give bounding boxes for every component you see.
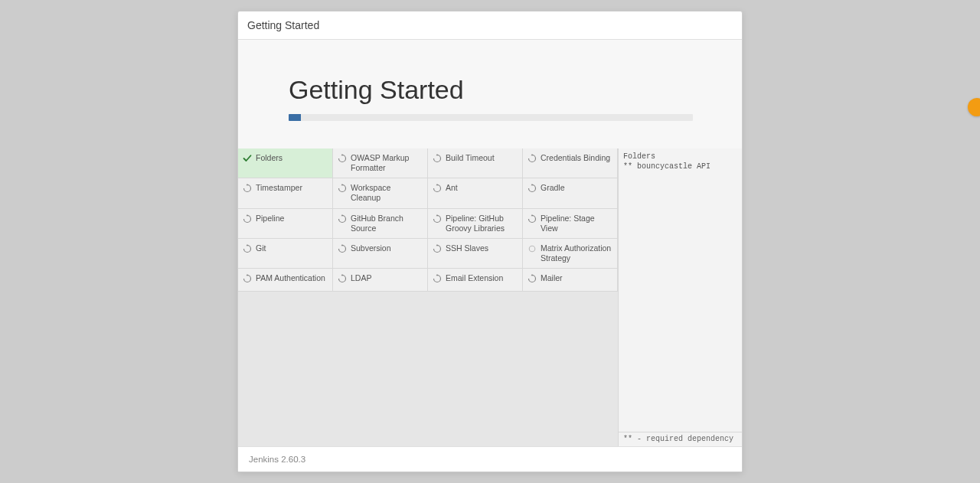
plugin-cell: Credentials Binding: [523, 148, 618, 178]
plugin-cell: Pipeline: GitHub Groovy Libraries: [428, 209, 523, 239]
plugin-cell: LDAP: [333, 269, 428, 292]
install-log-panel: Folders ** bouncycastle API ** - require…: [618, 148, 742, 446]
spinner-icon: [338, 273, 347, 283]
plugin-cell: Git: [238, 239, 333, 269]
plugin-label: PAM Authentication: [256, 273, 328, 283]
spinner-icon: [243, 273, 252, 283]
plugin-label: Git: [256, 243, 328, 253]
plugin-label: Folders: [256, 153, 328, 163]
plugin-cell: SSH Slaves: [428, 239, 523, 269]
spinner-icon: [243, 243, 252, 253]
plugin-cell: PAM Authentication: [238, 269, 333, 292]
pending-icon: [528, 243, 537, 253]
modal-body: FoldersOWASP Markup FormatterBuild Timeo…: [238, 148, 742, 446]
plugin-cell: Folders: [238, 148, 333, 178]
plugin-cell: Subversion: [333, 239, 428, 269]
jenkins-version: Jenkins 2.60.3: [249, 455, 305, 464]
setup-wizard-modal: Getting Started Getting Started FoldersO…: [237, 11, 743, 472]
plugin-label: SSH Slaves: [446, 243, 518, 253]
spinner-icon: [338, 153, 347, 163]
plugin-cell: Matrix Authorization Strategy: [523, 239, 618, 269]
plugin-label: Build Timeout: [446, 153, 518, 163]
plugin-label: Timestamper: [256, 183, 328, 193]
svg-point-0: [529, 246, 535, 252]
spinner-icon: [528, 153, 537, 163]
plugin-cell: GitHub Branch Source: [333, 209, 428, 239]
install-log-content: Folders ** bouncycastle API: [619, 148, 742, 432]
spinner-icon: [433, 183, 442, 193]
plugin-cell: Pipeline: [238, 209, 333, 239]
plugin-label: Credentials Binding: [541, 153, 612, 163]
spinner-icon: [433, 273, 442, 283]
plugin-label: Ant: [446, 183, 518, 193]
grid-filler: [238, 292, 618, 441]
hero-section: Getting Started: [238, 40, 742, 148]
spinner-icon: [528, 273, 537, 283]
spinner-icon: [338, 214, 347, 224]
plugin-label: Pipeline: [256, 214, 328, 224]
plugin-cell: Gradle: [523, 178, 618, 208]
modal-title: Getting Started: [247, 19, 319, 31]
plugin-cell: Ant: [428, 178, 523, 208]
page-title: Getting Started: [289, 75, 691, 105]
spinner-icon: [243, 214, 252, 224]
plugin-label: Pipeline: GitHub Groovy Libraries: [446, 214, 518, 233]
spinner-icon: [338, 243, 347, 253]
plugin-cell: Mailer: [523, 269, 618, 292]
plugin-cell: Email Extension: [428, 269, 523, 292]
install-progress-fill: [289, 114, 301, 121]
plugin-label: OWASP Markup Formatter: [351, 153, 423, 173]
plugin-label: Subversion: [351, 243, 423, 253]
plugin-label: Email Extension: [446, 273, 518, 283]
plugin-cell: Build Timeout: [428, 148, 523, 178]
plugin-label: Workspace Cleanup: [351, 183, 423, 203]
plugin-label: GitHub Branch Source: [351, 214, 423, 233]
plugin-label: Gradle: [541, 183, 612, 193]
assistant-badge-icon[interactable]: [968, 98, 980, 116]
spinner-icon: [433, 214, 442, 224]
spinner-icon: [243, 183, 252, 193]
modal-header: Getting Started: [238, 11, 742, 40]
check-icon: [243, 153, 252, 163]
plugin-cell: OWASP Markup Formatter: [333, 148, 428, 178]
spinner-icon: [433, 153, 442, 163]
plugin-label: Pipeline: Stage View: [541, 214, 612, 233]
spinner-icon: [528, 183, 537, 193]
plugin-label: Matrix Authorization Strategy: [541, 243, 612, 263]
plugin-cell: Pipeline: Stage View: [523, 209, 618, 239]
plugin-label: Mailer: [541, 273, 612, 283]
modal-footer: Jenkins 2.60.3: [238, 446, 742, 472]
plugin-label: LDAP: [351, 273, 423, 283]
spinner-icon: [528, 214, 537, 224]
plugin-cell: Timestamper: [238, 178, 333, 208]
install-log-legend: ** - required dependency: [619, 432, 742, 446]
install-progress-bar: [289, 114, 693, 121]
plugin-grid: FoldersOWASP Markup FormatterBuild Timeo…: [238, 148, 618, 446]
spinner-icon: [433, 243, 442, 253]
spinner-icon: [338, 183, 347, 193]
plugin-cell: Workspace Cleanup: [333, 178, 428, 208]
